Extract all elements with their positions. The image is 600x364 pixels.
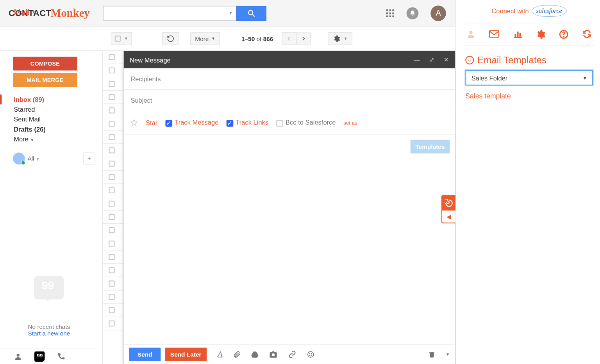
row-checkbox[interactable]: [109, 254, 114, 260]
attach-icon[interactable]: [233, 350, 241, 358]
recipients-field[interactable]: Recipients: [124, 68, 455, 90]
cm-refresh-icon[interactable]: [582, 29, 592, 39]
send-later-button[interactable]: Send Later: [165, 347, 207, 361]
set-as-link[interactable]: set as: [343, 120, 357, 125]
svg-point-0: [248, 10, 253, 14]
photo-icon[interactable]: [269, 350, 277, 358]
gear-icon: [332, 35, 340, 43]
row-checkbox[interactable]: [109, 68, 114, 73]
mail-switcher[interactable]: Mail▼: [14, 7, 36, 17]
row-checkbox[interactable]: [109, 54, 114, 60]
row-checkbox[interactable]: [109, 81, 114, 87]
cm-swirl-icon: [442, 196, 455, 211]
select-all-checkbox[interactable]: ▼: [111, 32, 132, 45]
close-icon[interactable]: ✕: [444, 56, 449, 63]
settings-button[interactable]: ▼: [328, 32, 352, 45]
svg-rect-10: [392, 15, 394, 17]
svg-rect-2: [386, 9, 388, 11]
svg-rect-3: [389, 9, 391, 11]
cm-mail-icon[interactable]: [488, 29, 500, 39]
compose-body[interactable]: Templates: [124, 134, 455, 344]
expand-icon[interactable]: ⤢: [429, 56, 434, 63]
row-checkbox[interactable]: [109, 307, 114, 313]
minimize-icon[interactable]: —: [414, 56, 420, 63]
cm-help-icon[interactable]: [559, 29, 569, 39]
templates-button[interactable]: Templates: [410, 140, 450, 153]
row-checkbox[interactable]: [109, 267, 114, 273]
cm-side-tab[interactable]: ◀: [441, 195, 455, 223]
cm-stats-icon[interactable]: [512, 29, 523, 39]
folder-starred[interactable]: Starred: [0, 104, 98, 114]
chat-username[interactable]: Ali ▼: [27, 155, 39, 162]
start-new-chat-link[interactable]: Start a new one: [28, 330, 70, 337]
chat-avatar: [13, 153, 25, 165]
mail-merge-button[interactable]: MAIL MERGE: [13, 73, 77, 87]
row-checkbox[interactable]: [109, 134, 114, 140]
svg-point-17: [311, 353, 312, 354]
refresh-button[interactable]: [162, 32, 179, 45]
svg-rect-23: [514, 37, 521, 38]
cm-settings-icon[interactable]: [536, 29, 546, 39]
contacts-icon[interactable]: [14, 352, 22, 360]
chevron-right-icon: [301, 35, 306, 42]
cm-user-icon[interactable]: [466, 29, 476, 39]
more-button[interactable]: More▼: [190, 32, 220, 45]
svg-rect-8: [386, 15, 388, 17]
send-button[interactable]: Send: [129, 347, 161, 361]
star-icon[interactable]: [130, 119, 138, 127]
folder-sent[interactable]: Sent Mail: [0, 114, 98, 124]
star-label[interactable]: Star: [146, 119, 157, 127]
template-folder-select[interactable]: Sales Folder ▼: [465, 70, 593, 86]
discard-icon[interactable]: [429, 350, 436, 358]
compose-window: New Message — ⤢ ✕ Recipients Subject: [123, 51, 455, 364]
row-checkbox[interactable]: [109, 294, 114, 300]
search-options-caret[interactable]: ▼: [229, 11, 233, 16]
row-checkbox[interactable]: [109, 227, 114, 233]
new-chat-button[interactable]: ＋: [83, 153, 95, 165]
row-checkbox[interactable]: [109, 321, 114, 327]
svg-rect-21: [517, 32, 518, 37]
account-avatar[interactable]: A: [430, 5, 446, 21]
collapse-arrow-icon[interactable]: ◀: [442, 211, 455, 223]
emoji-icon[interactable]: [307, 350, 314, 358]
row-checkbox[interactable]: [109, 187, 114, 193]
svg-point-18: [470, 31, 473, 34]
row-checkbox[interactable]: [109, 241, 114, 246]
more-options-icon[interactable]: ▼: [446, 352, 450, 357]
folder-inbox[interactable]: Inbox (89): [0, 95, 98, 104]
row-checkbox[interactable]: [109, 201, 114, 207]
folder-more[interactable]: More ▼: [0, 134, 98, 144]
subject-field[interactable]: Subject: [124, 90, 455, 111]
svg-rect-4: [392, 9, 394, 11]
compose-button[interactable]: COMPOSE: [13, 57, 77, 70]
prev-page-button[interactable]: [282, 32, 296, 45]
row-checkbox[interactable]: [109, 174, 114, 180]
row-checkbox[interactable]: [109, 161, 114, 166]
row-checkbox[interactable]: [109, 147, 114, 153]
svg-point-25: [563, 36, 564, 37]
phone-icon[interactable]: [57, 352, 65, 360]
template-item[interactable]: Sales template: [465, 93, 593, 100]
svg-point-11: [17, 353, 20, 356]
row-checkbox[interactable]: [109, 107, 114, 113]
row-checkbox[interactable]: [109, 94, 114, 100]
format-text-icon[interactable]: A: [218, 350, 222, 359]
notifications-icon[interactable]: [407, 7, 419, 19]
back-arrow-icon[interactable]: ←: [465, 56, 474, 64]
search-input[interactable]: ▼: [103, 6, 236, 20]
link-icon[interactable]: [288, 350, 296, 358]
connect-salesforce[interactable]: Connect with salesforce: [465, 5, 593, 17]
bcc-salesforce-toggle[interactable]: Bcc to Salesforce: [276, 119, 336, 127]
no-chats-text: No recent chats: [28, 323, 70, 330]
track-links-toggle[interactable]: ✓Track Links: [226, 119, 268, 127]
track-message-toggle[interactable]: ✓Track Message: [165, 119, 218, 127]
row-checkbox[interactable]: [109, 214, 114, 220]
apps-grid-icon[interactable]: [386, 9, 395, 18]
hangouts-icon[interactable]: 99: [34, 351, 45, 361]
next-page-button[interactable]: [296, 32, 311, 45]
search-button[interactable]: [236, 6, 266, 20]
drive-icon[interactable]: [251, 350, 259, 358]
row-checkbox[interactable]: [109, 280, 114, 286]
row-checkbox[interactable]: [109, 121, 114, 127]
folder-drafts[interactable]: Drafts (26): [0, 124, 98, 134]
